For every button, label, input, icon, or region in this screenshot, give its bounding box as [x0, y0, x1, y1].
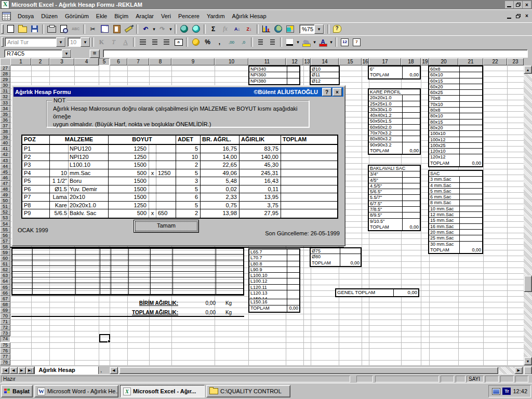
- row-header[interactable]: 37: [0, 123, 10, 129]
- sheet-cell[interactable]: L90.9: [249, 267, 299, 273]
- row-header[interactable]: 36: [0, 117, 10, 123]
- row-header[interactable]: 38: [0, 129, 10, 135]
- toplam-label[interactable]: TOPLAM: [250, 306, 270, 311]
- row-header[interactable]: 54: [0, 221, 10, 227]
- sheet-cell[interactable]: 6 mm.Sac: [429, 194, 482, 200]
- column-header[interactable]: 19: [421, 58, 429, 65]
- vertical-scroll-thumb[interactable]: [524, 275, 532, 292]
- row-header[interactable]: 60: [0, 256, 10, 261]
- align-right-button[interactable]: [161, 37, 172, 48]
- tamam-button[interactable]: Tamam: [134, 220, 199, 233]
- row-header[interactable]: 31: [0, 88, 10, 94]
- row-header[interactable]: 59: [0, 250, 10, 256]
- menu-item[interactable]: Biçim: [111, 11, 132, 21]
- menu-item[interactable]: Pencere: [175, 11, 203, 21]
- zoom-dropdown-arrow-icon[interactable]: [314, 24, 324, 34]
- autosum-button[interactable]: Σ: [207, 23, 219, 34]
- excel-app-icon[interactable]: X: [1, 1, 9, 9]
- sheet-cell[interactable]: 12 mm.Sac: [429, 212, 482, 218]
- align-left-button[interactable]: [137, 37, 149, 48]
- row-header[interactable]: 35: [0, 112, 10, 117]
- sheet-cell[interactable]: 25x25x1.0: [369, 101, 420, 107]
- genel-toplam-label[interactable]: GENEL TOPLAM: [337, 290, 375, 295]
- redo-button[interactable]: ↷: [156, 23, 168, 34]
- paste-function-button[interactable]: fx: [219, 23, 231, 34]
- row-header[interactable]: 27: [0, 65, 10, 71]
- row-header[interactable]: 72: [0, 325, 10, 330]
- sheet-cell[interactable]: 3 mm.Sac: [429, 177, 482, 182]
- row-header[interactable]: 64: [0, 278, 10, 284]
- sheet-cell[interactable]: 5 mm.Sac: [429, 189, 482, 194]
- column-header[interactable]: 16: [362, 58, 369, 65]
- menu-item[interactable]: Dosya: [14, 11, 37, 21]
- fill-handle[interactable]: [108, 340, 111, 343]
- sheet-cell[interactable]: 7/8.5": [369, 207, 420, 212]
- doc-close-button[interactable]: ×: [523, 12, 531, 20]
- column-header[interactable]: 13: [303, 58, 311, 65]
- column-header[interactable]: 5: [99, 58, 110, 65]
- borders-dropdown[interactable]: [296, 37, 300, 48]
- row-header[interactable]: 71: [0, 319, 10, 325]
- row-header[interactable]: 78: [0, 360, 10, 365]
- currency-button[interactable]: [190, 37, 202, 48]
- toplam-label[interactable]: TOPLAM: [430, 248, 449, 253]
- sheet-cell[interactable]: 60x25: [429, 90, 482, 96]
- sheet-cell[interactable]: 100x10: [429, 131, 482, 137]
- sheet-cell[interactable]: 10 mm.Sac: [429, 206, 482, 212]
- font-size-combobox[interactable]: 10: [68, 37, 90, 47]
- doc-restore-button[interactable]: [514, 12, 522, 20]
- sheet-cell[interactable]: L120.13: [249, 290, 299, 296]
- office-assistant-button[interactable]: ?: [331, 23, 343, 34]
- row-header[interactable]: 73: [0, 330, 10, 336]
- menu-item[interactable]: Ağırlık Hesap: [229, 11, 270, 21]
- sort-ascending-button[interactable]: A↓: [231, 23, 243, 34]
- sort-descending-button[interactable]: Z↓: [243, 23, 255, 34]
- sac-title[interactable]: SAC: [429, 171, 482, 177]
- row-header[interactable]: 32: [0, 94, 10, 100]
- sheet-cell[interactable]: 20 mm.Sac: [429, 230, 482, 235]
- baklavali-title[interactable]: BAKLAVALI SAC: [369, 166, 420, 171]
- underline-button[interactable]: A: [119, 37, 131, 48]
- borders-button[interactable]: [284, 37, 296, 48]
- toplam-value[interactable]: 0,00: [350, 261, 360, 266]
- sheet-cell[interactable]: Ø11: [311, 72, 339, 78]
- chart-wizard-button[interactable]: [260, 23, 272, 34]
- taskbar-folder-button[interactable]: C:\QUALITY CONTROL: [206, 385, 290, 397]
- sheet-cell[interactable]: L80.8: [249, 261, 299, 267]
- fill-color-button[interactable]: [300, 37, 312, 48]
- row-header[interactable]: 41: [0, 146, 10, 152]
- sheet-cell[interactable]: NPI360: [249, 72, 299, 78]
- row-header[interactable]: 57: [0, 238, 10, 244]
- align-center-button[interactable]: [149, 37, 161, 48]
- column-header[interactable]: 4: [74, 58, 99, 65]
- sheet-cell[interactable]: 60x60x2.0: [369, 125, 420, 130]
- column-header[interactable]: 21: [458, 58, 483, 65]
- sheet-cell[interactable]: 60x20: [429, 84, 482, 90]
- sheet-cell[interactable]: Ø10: [311, 66, 339, 72]
- italic-button[interactable]: T: [108, 37, 119, 48]
- column-header[interactable]: 20: [429, 58, 458, 65]
- row-header[interactable]: 44: [0, 164, 10, 169]
- undo-dropdown[interactable]: [152, 23, 156, 34]
- print-button[interactable]: [46, 23, 58, 34]
- comma-button[interactable]: ,: [214, 37, 225, 48]
- redo-dropdown[interactable]: [168, 23, 173, 34]
- sheet-cell[interactable]: 9/10.5": [369, 219, 420, 224]
- undo-button[interactable]: ↶: [140, 23, 152, 34]
- horizontal-scroll-track[interactable]: [118, 367, 514, 374]
- equals-button[interactable]: =: [89, 49, 100, 58]
- active-cell[interactable]: [99, 334, 110, 342]
- toolbar-grip[interactable]: [1, 24, 4, 34]
- web-toolbar-button[interactable]: [190, 23, 202, 34]
- row-header[interactable]: 40: [0, 140, 10, 146]
- sheet-cell[interactable]: Ø75: [311, 248, 361, 254]
- sheet-cell[interactable]: 5.5/7": [369, 195, 420, 201]
- horizontal-scroll-thumb[interactable]: [119, 367, 498, 374]
- row-header[interactable]: 47: [0, 181, 10, 187]
- sheet-cell[interactable]: L100.12: [249, 278, 299, 284]
- sheet-cell[interactable]: 30x30x1.0: [369, 107, 420, 113]
- menu-item[interactable]: Yardım: [203, 11, 229, 21]
- row-header[interactable]: 58: [0, 244, 10, 250]
- row-header[interactable]: 30: [0, 83, 10, 88]
- row-header[interactable]: 43: [0, 158, 10, 164]
